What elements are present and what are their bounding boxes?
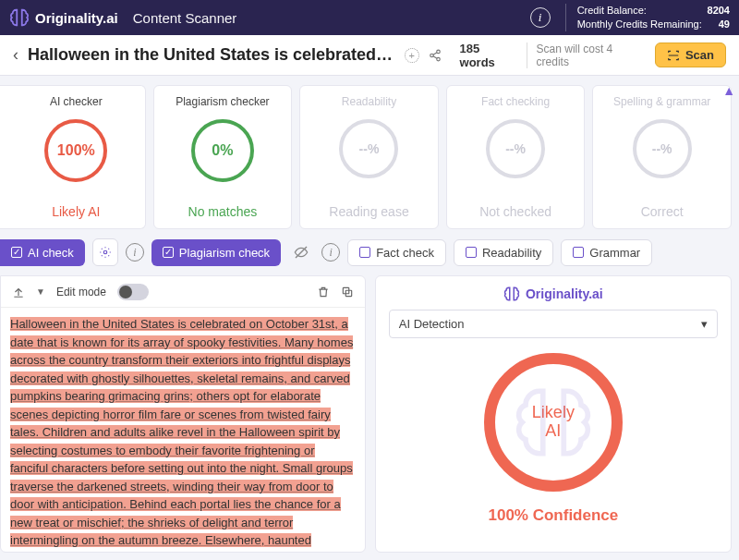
editor-toolbar: ▼ Edit mode bbox=[1, 276, 365, 308]
svg-point-2 bbox=[436, 57, 440, 61]
brain-icon bbox=[503, 286, 520, 302]
checkbox-icon bbox=[573, 247, 584, 258]
credit-box: Credit Balance: 8204 Monthly Credits Rem… bbox=[565, 4, 730, 31]
scan-icon bbox=[667, 49, 680, 62]
brand-logo[interactable]: Originality.ai bbox=[9, 7, 118, 28]
monthly-credits-value: 49 bbox=[719, 18, 730, 31]
credit-balance-label: Credit Balance: bbox=[577, 4, 647, 18]
copy-icon[interactable] bbox=[341, 286, 354, 298]
editor-pane: ▼ Edit mode Halloween in the United Stat… bbox=[0, 275, 366, 553]
card-title: Spelling & grammar bbox=[613, 95, 710, 108]
detection-mode-select[interactable]: AI Detection ▾ bbox=[389, 310, 718, 338]
svg-point-0 bbox=[436, 50, 440, 54]
read-status: Reading ease bbox=[329, 204, 408, 219]
card-title: AI checker bbox=[50, 95, 103, 108]
grammar-button[interactable]: Grammar bbox=[561, 239, 652, 266]
collapse-cards-icon[interactable]: ▲ bbox=[722, 83, 735, 98]
delete-icon[interactable] bbox=[317, 286, 330, 298]
card-fact-checking[interactable]: Fact checking --% Not checked bbox=[446, 85, 586, 229]
ai-score-ring: 100% bbox=[44, 119, 107, 182]
svg-point-1 bbox=[430, 54, 433, 57]
scan-cost: Scan will cost 4 credits bbox=[527, 43, 646, 68]
editor-body[interactable]: Halloween in the United States is celebr… bbox=[1, 308, 365, 552]
readability-button[interactable]: Readability bbox=[454, 239, 553, 266]
verdict-ring: Likely AI bbox=[484, 353, 623, 492]
title-row: ‹ Halloween in the United States is cele… bbox=[0, 35, 739, 76]
card-title: Fact checking bbox=[481, 95, 550, 108]
plag-score-ring: 0% bbox=[191, 119, 254, 182]
side-brand: Originality.ai bbox=[503, 286, 603, 302]
checkbox-icon bbox=[359, 247, 370, 258]
summary-cards: AI checker 100% Likely AI Plagiarism che… bbox=[0, 76, 739, 237]
back-icon[interactable]: ‹ bbox=[13, 45, 18, 65]
upload-menu-caret-icon[interactable]: ▼ bbox=[36, 286, 45, 297]
fact-check-button[interactable]: Fact check bbox=[347, 239, 446, 266]
scan-button[interactable]: Scan bbox=[655, 43, 726, 67]
card-title: Readability bbox=[342, 95, 396, 108]
main-area: ▼ Edit mode Halloween in the United Stat… bbox=[0, 275, 739, 553]
checkbox-icon bbox=[163, 247, 174, 258]
upload-icon[interactable] bbox=[12, 286, 25, 298]
fact-status: Not checked bbox=[479, 204, 551, 219]
ai-status: Likely AI bbox=[52, 204, 100, 219]
card-plagiarism-checker[interactable]: Plagiarism checker 0% No matches bbox=[153, 85, 293, 229]
edit-mode-label: Edit mode bbox=[56, 286, 106, 298]
watermark-icon bbox=[484, 353, 623, 492]
actions-row: AI check i Plagiarism check i Fact check… bbox=[0, 237, 739, 275]
spell-score-ring: --% bbox=[633, 119, 692, 178]
ai-check-button[interactable]: AI check bbox=[0, 239, 85, 266]
checkbox-icon bbox=[466, 247, 477, 258]
tool-name: Content Scanner bbox=[133, 10, 237, 26]
plagiarism-check-button[interactable]: Plagiarism check bbox=[151, 239, 281, 266]
brain-icon bbox=[9, 7, 30, 28]
info-icon[interactable]: i bbox=[530, 7, 551, 28]
credit-balance-value: 8204 bbox=[708, 4, 730, 18]
ai-settings-icon[interactable] bbox=[92, 238, 118, 266]
card-spelling-grammar[interactable]: Spelling & grammar --% Correct bbox=[592, 85, 732, 229]
ai-info-icon[interactable]: i bbox=[126, 243, 144, 262]
top-bar: Originality.ai Content Scanner i Credit … bbox=[0, 0, 739, 35]
plag-status: No matches bbox=[188, 204, 258, 219]
visibility-off-icon[interactable] bbox=[288, 238, 314, 266]
checkbox-icon bbox=[11, 247, 22, 258]
select-value: AI Detection bbox=[399, 317, 465, 331]
highlighted-text: Halloween in the United States is celebr… bbox=[10, 317, 353, 552]
read-score-ring: --% bbox=[339, 119, 398, 178]
spell-status: Correct bbox=[641, 204, 684, 219]
brand-name: Originality.ai bbox=[35, 10, 118, 26]
confidence-label: 100% Confidence bbox=[488, 506, 618, 525]
word-count: 185 words bbox=[460, 42, 517, 69]
card-ai-checker[interactable]: AI checker 100% Likely AI bbox=[0, 85, 146, 229]
results-pane: Originality.ai AI Detection ▾ Likely AI … bbox=[375, 275, 732, 553]
add-icon[interactable]: + bbox=[405, 48, 419, 63]
document-title: Halloween in the United States is celebr… bbox=[28, 45, 395, 65]
card-readability[interactable]: Readability --% Reading ease bbox=[299, 85, 439, 229]
card-title: Plagiarism checker bbox=[176, 95, 269, 108]
share-icon[interactable] bbox=[429, 49, 442, 62]
monthly-credits-label: Monthly Credits Remaining: bbox=[577, 18, 702, 31]
chevron-down-icon: ▾ bbox=[701, 317, 708, 331]
fact-score-ring: --% bbox=[486, 119, 545, 178]
edit-mode-toggle[interactable] bbox=[117, 284, 149, 300]
plag-info-icon[interactable]: i bbox=[321, 243, 340, 262]
svg-point-3 bbox=[103, 250, 107, 254]
